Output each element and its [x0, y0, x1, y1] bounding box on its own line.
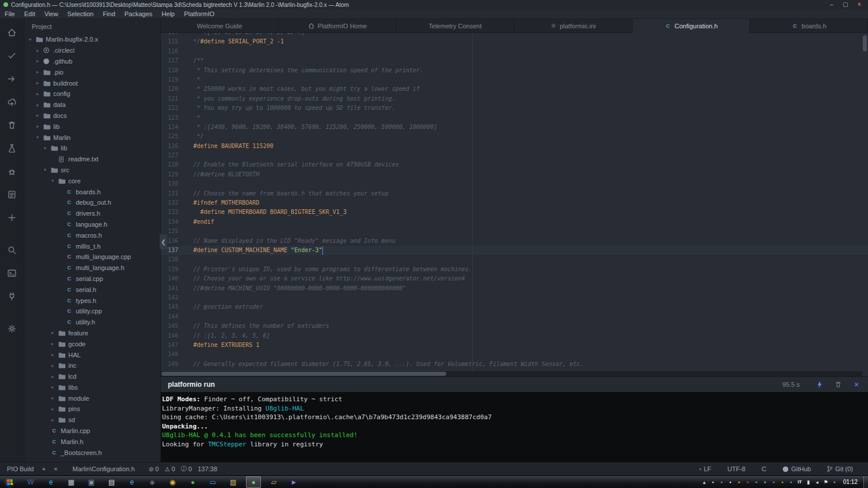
debug-icon[interactable]	[5, 165, 19, 178]
tree-item-macros-h[interactable]: Cmacros.h	[24, 230, 160, 241]
terminal-tab-pio-build[interactable]: PIO Build	[7, 465, 34, 472]
tab-configuration-h[interactable]: CConfiguration.h	[632, 19, 751, 33]
tree-item-utility-cpp[interactable]: Cutility.cpp	[24, 306, 160, 317]
menu-edit[interactable]: Edit	[20, 10, 40, 17]
tree-item-github[interactable]: ▸.github	[24, 56, 160, 67]
code-line-137[interactable]: 137#define CUSTOM_MACHINE_NAME "Ender-3"	[161, 246, 868, 255]
green-app-icon[interactable]: ●	[185, 476, 200, 488]
tree-item-boards-h[interactable]: Cboards.h	[24, 186, 160, 197]
code-line-130[interactable]: 130	[161, 179, 868, 188]
chevron-right-icon[interactable]: ▸	[36, 124, 43, 129]
volume-icon[interactable]: ◂	[814, 479, 820, 485]
build-icon[interactable]	[5, 49, 19, 62]
editor-horizontal-scrollbar[interactable]	[161, 371, 862, 376]
show-desktop-button[interactable]	[863, 476, 868, 488]
tray-icon-8[interactable]: ▪	[771, 479, 777, 485]
code-line-138[interactable]: 138	[161, 255, 868, 264]
chevron-right-icon[interactable]: ▸	[52, 363, 58, 368]
tree-item-bootscreen-h[interactable]: C_Bootscreen.h	[24, 447, 160, 458]
remote-upload-icon[interactable]	[5, 95, 19, 108]
chevron-down-icon[interactable]: ▾	[44, 146, 50, 151]
code-line-144[interactable]: 144	[161, 312, 868, 321]
tray-up-arrow-icon[interactable]: ▴	[701, 479, 707, 485]
code-line-125[interactable]: 125 */	[161, 132, 868, 141]
code-line-139[interactable]: 139// Printer's unique ID, used by some …	[161, 265, 868, 274]
menu-help[interactable]: Help	[157, 10, 179, 17]
tab-platformio-home[interactable]: PlatformIO Home	[279, 19, 397, 32]
menu-file[interactable]: File	[0, 10, 20, 17]
tray-icon-6[interactable]: ▪	[753, 479, 759, 485]
tree-item-libs[interactable]: ▸libs	[24, 382, 160, 393]
git-panel-toggle[interactable]: Git (0)	[827, 465, 853, 472]
tree-item-marlin-cpp[interactable]: CMarlin.cpp	[24, 426, 160, 437]
code-line-136[interactable]: 136// Name displayed in the LCD "Ready" …	[161, 236, 868, 246]
chevron-down-icon[interactable]: ▾	[29, 37, 35, 42]
chevron-right-icon[interactable]: ▸	[52, 352, 58, 357]
chevron-right-icon[interactable]: ▸	[52, 417, 58, 423]
code-line-124[interactable]: 124 * :[2400, 9600, 19200, 38400, 57600,…	[161, 123, 868, 132]
word-app-icon[interactable]: W	[23, 476, 38, 488]
tree-item-data[interactable]: ▸data	[24, 99, 160, 110]
close-icon[interactable]: ×	[853, 1, 866, 9]
tree-item-multi-language-h[interactable]: Cmulti_language.h	[24, 263, 160, 273]
code-line-146[interactable]: 146// :[1, 2, 3, 4, 5, 6]	[161, 331, 868, 341]
tree-item-circleci[interactable]: ▸.circleci	[24, 45, 160, 56]
code-line-127[interactable]: 127	[161, 151, 868, 160]
tree-item-marlin-h[interactable]: CMarlin.h	[24, 436, 160, 447]
code-editor[interactable]: 114 * :[-1, 0, 1, 2, 3, 4, 5, 6, 7]115*/…	[161, 33, 868, 376]
code-line-142[interactable]: 142	[161, 293, 868, 302]
terminal-output[interactable]: LDF Modes: Finder ~ off, Compatibility ~…	[161, 392, 868, 462]
code-line-129[interactable]: 129//#define BLUETOOTH	[161, 170, 868, 179]
info-count[interactable]: ⓘ0	[181, 465, 192, 473]
close-terminal-button[interactable]: ×	[54, 465, 57, 472]
action-center-icon[interactable]: ⚑	[823, 479, 829, 485]
app-window-icon[interactable]: ▣	[84, 476, 99, 488]
code-line-141[interactable]: 141//#define MACHINE_UUID "00000000-0000…	[161, 284, 868, 293]
tray-icon-1[interactable]: ▪	[710, 479, 716, 485]
tray-icon-5[interactable]: ▪	[745, 479, 751, 485]
clean-icon[interactable]	[5, 119, 19, 131]
tree-item-drivers-h[interactable]: Cdrivers.h	[24, 208, 160, 219]
code-line-128[interactable]: 128// Enable the Bluetooth serial interf…	[161, 160, 868, 169]
chevron-right-icon[interactable]: ▸	[36, 69, 43, 75]
dark-app-icon[interactable]: ◈	[145, 476, 160, 488]
chevron-right-icon[interactable]: ▸	[36, 91, 43, 97]
find-icon[interactable]	[5, 243, 19, 256]
test-icon[interactable]	[5, 142, 19, 154]
chevron-down-icon[interactable]: ▾	[36, 135, 43, 140]
maximize-icon[interactable]: ▢	[839, 1, 852, 9]
tray-icon-3[interactable]: ▪	[727, 479, 733, 485]
code-line-115[interactable]: 115*/#define SERIAL_PORT_2 -1	[161, 37, 868, 46]
tree-item-lcd[interactable]: ▸lcd	[24, 371, 160, 382]
code-line-126[interactable]: 126#define BAUDRATE 115200	[161, 142, 868, 151]
code-line-123[interactable]: 123 *	[161, 113, 868, 123]
code-line-134[interactable]: 134#endif	[161, 217, 868, 227]
menu-packages[interactable]: Packages	[120, 10, 157, 17]
code-line-117[interactable]: 117/**	[161, 56, 868, 65]
code-line-116[interactable]: 116	[161, 47, 868, 56]
tree-item-readme-txt[interactable]: readme.txt	[24, 154, 160, 165]
pio-home-icon[interactable]	[5, 26, 19, 39]
tree-item-buildroot[interactable]: ▸buildroot	[24, 77, 160, 88]
run-task-icon[interactable]	[5, 188, 19, 201]
atom-editor-icon[interactable]: ●	[246, 476, 261, 488]
encoding-selector[interactable]: UTF-8	[727, 465, 745, 472]
settings-icon[interactable]	[5, 322, 19, 335]
current-file-path[interactable]: Marlin\Configuration.h	[72, 465, 135, 472]
tree-item-multi-language-cpp[interactable]: Cmulti_language.cpp	[24, 252, 160, 263]
code-line-119[interactable]: 119 *	[161, 75, 868, 84]
tree-item-src[interactable]: ▾src	[24, 165, 160, 176]
code-line-140[interactable]: 140// Choose your own or use a service l…	[161, 274, 868, 283]
code-line-118[interactable]: 118 * This setting determines the commun…	[161, 66, 868, 75]
network-icon[interactable]: ▮	[806, 479, 811, 485]
notepad-icon[interactable]: ▤	[104, 476, 119, 488]
new-terminal-button[interactable]: +	[42, 465, 45, 472]
tray-icon-9[interactable]: ▪	[779, 479, 785, 485]
tree-item-serial-cpp[interactable]: Cserial.cpp	[24, 273, 160, 284]
line-ending-selector[interactable]: •LF	[699, 465, 711, 472]
tray-icon-2[interactable]: ▪	[719, 479, 724, 485]
internet-explorer-2-icon[interactable]: e	[124, 476, 139, 488]
upload-icon[interactable]	[5, 72, 19, 85]
code-line-149[interactable]: 149// Generally expected filament diamet…	[161, 360, 868, 369]
new-terminal-icon[interactable]	[5, 211, 19, 224]
